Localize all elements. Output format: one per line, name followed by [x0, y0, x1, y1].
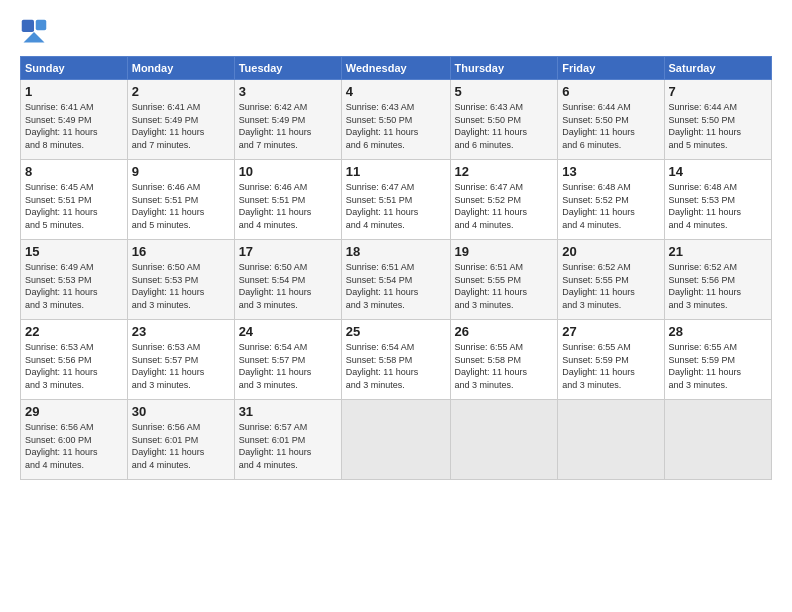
weekday-header-row: SundayMondayTuesdayWednesdayThursdayFrid…	[21, 57, 772, 80]
calendar-cell: 10Sunrise: 6:46 AM Sunset: 5:51 PM Dayli…	[234, 160, 341, 240]
calendar-cell: 2Sunrise: 6:41 AM Sunset: 5:49 PM Daylig…	[127, 80, 234, 160]
weekday-friday: Friday	[558, 57, 664, 80]
day-info: Sunrise: 6:42 AM Sunset: 5:49 PM Dayligh…	[239, 101, 337, 151]
day-info: Sunrise: 6:43 AM Sunset: 5:50 PM Dayligh…	[346, 101, 446, 151]
calendar-cell: 5Sunrise: 6:43 AM Sunset: 5:50 PM Daylig…	[450, 80, 558, 160]
day-number: 28	[669, 324, 767, 339]
day-number: 6	[562, 84, 659, 99]
day-info: Sunrise: 6:53 AM Sunset: 5:57 PM Dayligh…	[132, 341, 230, 391]
calendar-cell: 28Sunrise: 6:55 AM Sunset: 5:59 PM Dayli…	[664, 320, 771, 400]
day-info: Sunrise: 6:46 AM Sunset: 5:51 PM Dayligh…	[132, 181, 230, 231]
day-info: Sunrise: 6:46 AM Sunset: 5:51 PM Dayligh…	[239, 181, 337, 231]
calendar-cell: 19Sunrise: 6:51 AM Sunset: 5:55 PM Dayli…	[450, 240, 558, 320]
calendar-cell: 23Sunrise: 6:53 AM Sunset: 5:57 PM Dayli…	[127, 320, 234, 400]
day-number: 21	[669, 244, 767, 259]
day-number: 23	[132, 324, 230, 339]
day-number: 3	[239, 84, 337, 99]
day-number: 29	[25, 404, 123, 419]
day-info: Sunrise: 6:51 AM Sunset: 5:55 PM Dayligh…	[455, 261, 554, 311]
calendar-cell: 16Sunrise: 6:50 AM Sunset: 5:53 PM Dayli…	[127, 240, 234, 320]
day-number: 7	[669, 84, 767, 99]
calendar-cell: 20Sunrise: 6:52 AM Sunset: 5:55 PM Dayli…	[558, 240, 664, 320]
day-info: Sunrise: 6:48 AM Sunset: 5:53 PM Dayligh…	[669, 181, 767, 231]
day-info: Sunrise: 6:50 AM Sunset: 5:54 PM Dayligh…	[239, 261, 337, 311]
calendar-cell: 11Sunrise: 6:47 AM Sunset: 5:51 PM Dayli…	[341, 160, 450, 240]
day-number: 8	[25, 164, 123, 179]
day-info: Sunrise: 6:54 AM Sunset: 5:57 PM Dayligh…	[239, 341, 337, 391]
calendar-cell: 13Sunrise: 6:48 AM Sunset: 5:52 PM Dayli…	[558, 160, 664, 240]
day-number: 11	[346, 164, 446, 179]
calendar-cell: 21Sunrise: 6:52 AM Sunset: 5:56 PM Dayli…	[664, 240, 771, 320]
day-info: Sunrise: 6:52 AM Sunset: 5:55 PM Dayligh…	[562, 261, 659, 311]
week-row-5: 29Sunrise: 6:56 AM Sunset: 6:00 PM Dayli…	[21, 400, 772, 480]
calendar-cell: 27Sunrise: 6:55 AM Sunset: 5:59 PM Dayli…	[558, 320, 664, 400]
day-number: 1	[25, 84, 123, 99]
day-number: 20	[562, 244, 659, 259]
calendar-cell: 14Sunrise: 6:48 AM Sunset: 5:53 PM Dayli…	[664, 160, 771, 240]
day-info: Sunrise: 6:49 AM Sunset: 5:53 PM Dayligh…	[25, 261, 123, 311]
day-number: 18	[346, 244, 446, 259]
day-info: Sunrise: 6:57 AM Sunset: 6:01 PM Dayligh…	[239, 421, 337, 471]
calendar-cell: 12Sunrise: 6:47 AM Sunset: 5:52 PM Dayli…	[450, 160, 558, 240]
day-info: Sunrise: 6:41 AM Sunset: 5:49 PM Dayligh…	[25, 101, 123, 151]
calendar-cell	[664, 400, 771, 480]
header	[20, 18, 772, 46]
day-info: Sunrise: 6:48 AM Sunset: 5:52 PM Dayligh…	[562, 181, 659, 231]
calendar-cell: 3Sunrise: 6:42 AM Sunset: 5:49 PM Daylig…	[234, 80, 341, 160]
weekday-sunday: Sunday	[21, 57, 128, 80]
day-number: 9	[132, 164, 230, 179]
weekday-thursday: Thursday	[450, 57, 558, 80]
calendar-cell	[341, 400, 450, 480]
day-number: 15	[25, 244, 123, 259]
day-info: Sunrise: 6:45 AM Sunset: 5:51 PM Dayligh…	[25, 181, 123, 231]
calendar-cell: 9Sunrise: 6:46 AM Sunset: 5:51 PM Daylig…	[127, 160, 234, 240]
weekday-tuesday: Tuesday	[234, 57, 341, 80]
day-number: 4	[346, 84, 446, 99]
day-number: 5	[455, 84, 554, 99]
day-info: Sunrise: 6:44 AM Sunset: 5:50 PM Dayligh…	[669, 101, 767, 151]
calendar-cell: 24Sunrise: 6:54 AM Sunset: 5:57 PM Dayli…	[234, 320, 341, 400]
day-number: 27	[562, 324, 659, 339]
calendar-cell: 30Sunrise: 6:56 AM Sunset: 6:01 PM Dayli…	[127, 400, 234, 480]
day-info: Sunrise: 6:54 AM Sunset: 5:58 PM Dayligh…	[346, 341, 446, 391]
calendar-cell: 6Sunrise: 6:44 AM Sunset: 5:50 PM Daylig…	[558, 80, 664, 160]
svg-marker-2	[24, 32, 45, 43]
day-number: 24	[239, 324, 337, 339]
day-info: Sunrise: 6:47 AM Sunset: 5:52 PM Dayligh…	[455, 181, 554, 231]
day-info: Sunrise: 6:43 AM Sunset: 5:50 PM Dayligh…	[455, 101, 554, 151]
calendar-cell: 31Sunrise: 6:57 AM Sunset: 6:01 PM Dayli…	[234, 400, 341, 480]
day-info: Sunrise: 6:44 AM Sunset: 5:50 PM Dayligh…	[562, 101, 659, 151]
day-number: 19	[455, 244, 554, 259]
day-info: Sunrise: 6:51 AM Sunset: 5:54 PM Dayligh…	[346, 261, 446, 311]
day-info: Sunrise: 6:53 AM Sunset: 5:56 PM Dayligh…	[25, 341, 123, 391]
weekday-saturday: Saturday	[664, 57, 771, 80]
calendar-body: 1Sunrise: 6:41 AM Sunset: 5:49 PM Daylig…	[21, 80, 772, 480]
day-info: Sunrise: 6:55 AM Sunset: 5:59 PM Dayligh…	[669, 341, 767, 391]
calendar-page: SundayMondayTuesdayWednesdayThursdayFrid…	[0, 0, 792, 612]
calendar-cell: 15Sunrise: 6:49 AM Sunset: 5:53 PM Dayli…	[21, 240, 128, 320]
day-number: 10	[239, 164, 337, 179]
day-number: 2	[132, 84, 230, 99]
day-info: Sunrise: 6:55 AM Sunset: 5:59 PM Dayligh…	[562, 341, 659, 391]
day-number: 22	[25, 324, 123, 339]
day-number: 13	[562, 164, 659, 179]
calendar-cell	[558, 400, 664, 480]
calendar-cell: 17Sunrise: 6:50 AM Sunset: 5:54 PM Dayli…	[234, 240, 341, 320]
weekday-monday: Monday	[127, 57, 234, 80]
day-number: 25	[346, 324, 446, 339]
calendar-cell: 29Sunrise: 6:56 AM Sunset: 6:00 PM Dayli…	[21, 400, 128, 480]
day-number: 30	[132, 404, 230, 419]
day-number: 31	[239, 404, 337, 419]
calendar-cell: 25Sunrise: 6:54 AM Sunset: 5:58 PM Dayli…	[341, 320, 450, 400]
week-row-3: 15Sunrise: 6:49 AM Sunset: 5:53 PM Dayli…	[21, 240, 772, 320]
calendar-cell	[450, 400, 558, 480]
calendar-cell: 4Sunrise: 6:43 AM Sunset: 5:50 PM Daylig…	[341, 80, 450, 160]
day-number: 16	[132, 244, 230, 259]
week-row-4: 22Sunrise: 6:53 AM Sunset: 5:56 PM Dayli…	[21, 320, 772, 400]
day-info: Sunrise: 6:55 AM Sunset: 5:58 PM Dayligh…	[455, 341, 554, 391]
weekday-wednesday: Wednesday	[341, 57, 450, 80]
day-info: Sunrise: 6:41 AM Sunset: 5:49 PM Dayligh…	[132, 101, 230, 151]
day-number: 12	[455, 164, 554, 179]
calendar-cell: 26Sunrise: 6:55 AM Sunset: 5:58 PM Dayli…	[450, 320, 558, 400]
day-info: Sunrise: 6:50 AM Sunset: 5:53 PM Dayligh…	[132, 261, 230, 311]
